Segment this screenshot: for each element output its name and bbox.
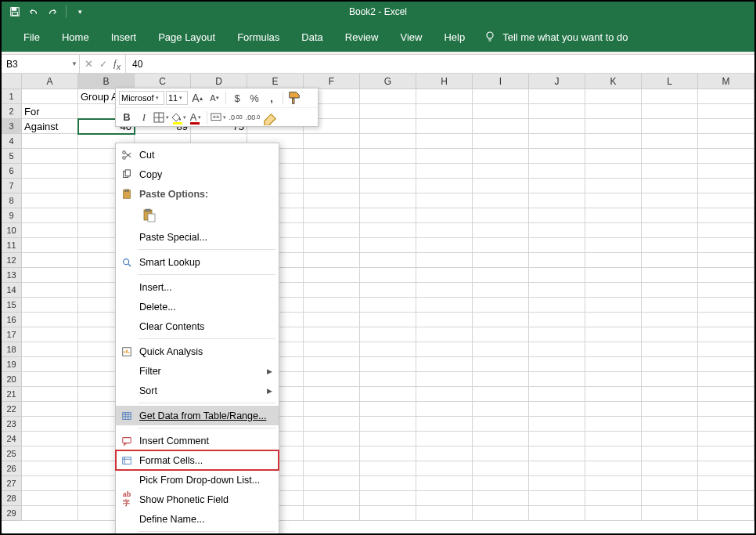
enter-formula-icon[interactable]: ✓ [99, 59, 107, 70]
row-header[interactable]: 20 [2, 372, 22, 387]
borders-button[interactable]: ▾ [153, 110, 169, 125]
mini-size-select[interactable]: 11▾ [166, 91, 188, 105]
cell-F15[interactable] [304, 298, 360, 313]
row-header[interactable]: 16 [2, 313, 22, 327]
cell-H2[interactable] [416, 104, 473, 119]
cell-L1[interactable] [642, 89, 698, 104]
name-box-dropdown-icon[interactable]: ▼ [71, 60, 77, 67]
cell-H24[interactable] [416, 432, 473, 446]
cell-M17[interactable] [698, 327, 754, 342]
cell-J20[interactable] [529, 372, 585, 387]
cell-L3[interactable] [642, 119, 698, 134]
cell-L2[interactable] [642, 104, 698, 119]
cell-G13[interactable] [360, 268, 416, 283]
cell-J18[interactable] [529, 342, 585, 357]
cell-J23[interactable] [529, 417, 585, 432]
cell-K4[interactable] [585, 134, 642, 149]
row-header[interactable]: 9 [2, 208, 22, 223]
cell-H7[interactable] [416, 179, 473, 193]
cell-A19[interactable] [22, 357, 78, 372]
cell-M22[interactable] [698, 402, 754, 417]
cell-F13[interactable] [304, 268, 360, 283]
row-header[interactable]: 3 [2, 119, 22, 134]
cell-H16[interactable] [416, 313, 473, 327]
font-color-button[interactable]: A▾ [188, 110, 203, 125]
cell-L23[interactable] [642, 417, 698, 432]
cell-L6[interactable] [642, 164, 698, 179]
cell-M4[interactable] [698, 134, 754, 149]
row-header[interactable]: 12 [2, 253, 22, 268]
cell-A24[interactable] [22, 432, 78, 446]
row-header[interactable]: 11 [2, 238, 22, 253]
cell-M7[interactable] [698, 179, 754, 193]
cell-I11[interactable] [473, 238, 529, 253]
cell-M21[interactable] [698, 387, 754, 402]
cell-G8[interactable] [360, 193, 416, 208]
cell-J12[interactable] [529, 253, 585, 268]
cell-G16[interactable] [360, 313, 416, 327]
cell-F17[interactable] [304, 327, 360, 342]
cell-A17[interactable] [22, 327, 78, 342]
cell-K7[interactable] [585, 179, 642, 193]
cell-M11[interactable] [698, 238, 754, 253]
cell-K26[interactable] [585, 461, 642, 476]
cell-L18[interactable] [642, 342, 698, 357]
cell-J29[interactable] [529, 506, 585, 521]
row-header[interactable]: 14 [2, 283, 22, 298]
cell-M25[interactable] [698, 446, 754, 461]
tab-data[interactable]: Data [290, 22, 333, 52]
cell-F12[interactable] [304, 253, 360, 268]
cell-K2[interactable] [585, 104, 642, 119]
cell-L28[interactable] [642, 491, 698, 506]
col-header-H[interactable]: H [416, 74, 473, 89]
row-header[interactable]: 19 [2, 357, 22, 372]
cell-F4[interactable] [304, 134, 360, 149]
cell-L15[interactable] [642, 298, 698, 313]
cell-H6[interactable] [416, 164, 473, 179]
col-header-E[interactable]: E [247, 74, 304, 89]
cell-M28[interactable] [698, 491, 754, 506]
cell-I22[interactable] [473, 402, 529, 417]
cell-G20[interactable] [360, 372, 416, 387]
merge-center-button[interactable]: ▾ [211, 110, 226, 125]
cell-J14[interactable] [529, 283, 585, 298]
cell-M29[interactable] [698, 506, 754, 521]
cell-I7[interactable] [473, 179, 529, 193]
cell-I26[interactable] [473, 461, 529, 476]
cell-I25[interactable] [473, 446, 529, 461]
cell-J11[interactable] [529, 238, 585, 253]
cell-G27[interactable] [360, 476, 416, 491]
ctx-format-cells[interactable]: Format Cells... [116, 450, 279, 470]
cell-J21[interactable] [529, 387, 585, 402]
cell-J28[interactable] [529, 491, 585, 506]
cell-J25[interactable] [529, 446, 585, 461]
cell-H27[interactable] [416, 476, 473, 491]
cell-K6[interactable] [585, 164, 642, 179]
cell-I13[interactable] [473, 268, 529, 283]
cell-M10[interactable] [698, 223, 754, 238]
cell-G14[interactable] [360, 283, 416, 298]
col-header-C[interactable]: C [135, 74, 191, 89]
cell-H26[interactable] [416, 461, 473, 476]
cell-A13[interactable] [22, 268, 78, 283]
cell-G26[interactable] [360, 461, 416, 476]
row-header[interactable]: 28 [2, 491, 22, 506]
cell-I19[interactable] [473, 357, 529, 372]
cell-M5[interactable] [698, 149, 754, 164]
cell-J24[interactable] [529, 432, 585, 446]
col-header-L[interactable]: L [642, 74, 698, 89]
cell-F7[interactable] [304, 179, 360, 193]
cell-A4[interactable] [22, 134, 78, 149]
cell-F10[interactable] [304, 223, 360, 238]
cell-F29[interactable] [304, 506, 360, 521]
row-header[interactable]: 23 [2, 417, 22, 432]
cell-L14[interactable] [642, 283, 698, 298]
cell-A23[interactable] [22, 417, 78, 432]
cell-M16[interactable] [698, 313, 754, 327]
cell-M6[interactable] [698, 164, 754, 179]
cell-I1[interactable] [473, 89, 529, 104]
cell-J2[interactable] [529, 104, 585, 119]
undo-button[interactable] [25, 3, 42, 20]
cell-G11[interactable] [360, 238, 416, 253]
cell-H13[interactable] [416, 268, 473, 283]
